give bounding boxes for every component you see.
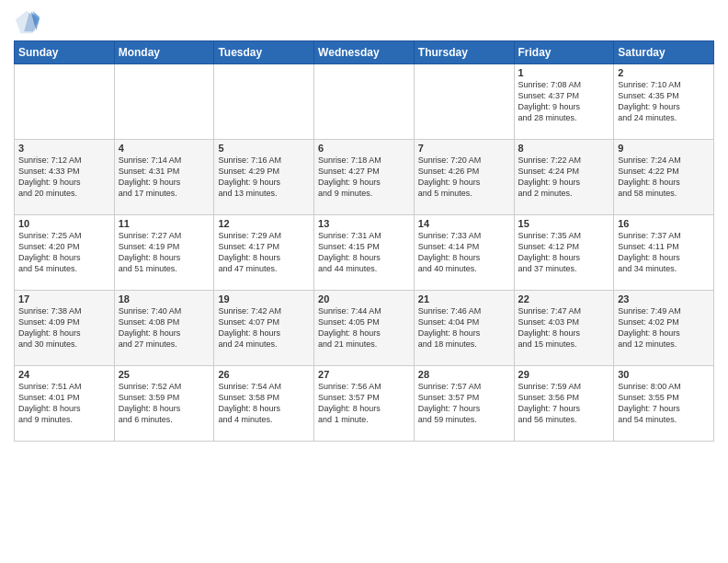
day-number: 13 <box>318 218 410 229</box>
calendar-cell: 26Sunrise: 7:54 AM Sunset: 3:58 PM Dayli… <box>214 366 314 442</box>
header <box>14 9 714 35</box>
weekday-header-friday: Friday <box>514 41 614 64</box>
day-number: 22 <box>518 293 610 304</box>
day-number: 6 <box>318 143 410 154</box>
week-row-4: 24Sunrise: 7:51 AM Sunset: 4:01 PM Dayli… <box>15 366 714 442</box>
day-info: Sunrise: 7:57 AM Sunset: 3:57 PM Dayligh… <box>418 381 510 426</box>
calendar-cell: 27Sunrise: 7:56 AM Sunset: 3:57 PM Dayli… <box>314 366 415 442</box>
calendar-cell: 15Sunrise: 7:35 AM Sunset: 4:12 PM Dayli… <box>514 215 614 291</box>
day-number: 27 <box>318 369 410 380</box>
calendar-cell <box>114 64 214 140</box>
day-number: 18 <box>119 293 210 304</box>
calendar-cell: 24Sunrise: 7:51 AM Sunset: 4:01 PM Dayli… <box>15 366 115 442</box>
day-info: Sunrise: 7:08 AM Sunset: 4:37 PM Dayligh… <box>518 79 610 124</box>
calendar-cell: 5Sunrise: 7:16 AM Sunset: 4:29 PM Daylig… <box>214 140 314 215</box>
day-number: 12 <box>218 218 310 229</box>
day-info: Sunrise: 7:29 AM Sunset: 4:17 PM Dayligh… <box>218 230 310 275</box>
day-number: 30 <box>618 369 710 380</box>
day-number: 8 <box>518 143 610 154</box>
weekday-header-sunday: Sunday <box>15 41 115 64</box>
day-info: Sunrise: 7:18 AM Sunset: 4:27 PM Dayligh… <box>318 155 410 200</box>
calendar-cell: 19Sunrise: 7:42 AM Sunset: 4:07 PM Dayli… <box>214 291 314 366</box>
calendar-cell <box>314 64 415 140</box>
week-row-1: 3Sunrise: 7:12 AM Sunset: 4:33 PM Daylig… <box>15 140 714 215</box>
day-info: Sunrise: 7:14 AM Sunset: 4:31 PM Dayligh… <box>119 155 210 200</box>
calendar-cell: 2Sunrise: 7:10 AM Sunset: 4:35 PM Daylig… <box>614 64 714 140</box>
day-info: Sunrise: 7:27 AM Sunset: 4:19 PM Dayligh… <box>119 230 210 275</box>
day-info: Sunrise: 7:44 AM Sunset: 4:05 PM Dayligh… <box>318 305 410 350</box>
calendar-cell: 7Sunrise: 7:20 AM Sunset: 4:26 PM Daylig… <box>414 140 514 215</box>
week-row-3: 17Sunrise: 7:38 AM Sunset: 4:09 PM Dayli… <box>15 291 714 366</box>
calendar-cell: 25Sunrise: 7:52 AM Sunset: 3:59 PM Dayli… <box>114 366 214 442</box>
day-number: 17 <box>18 293 110 304</box>
day-info: Sunrise: 7:46 AM Sunset: 4:04 PM Dayligh… <box>418 305 510 350</box>
day-info: Sunrise: 7:37 AM Sunset: 4:11 PM Dayligh… <box>618 230 710 275</box>
day-number: 16 <box>618 218 710 229</box>
logo-icon <box>14 9 40 35</box>
calendar-cell: 18Sunrise: 7:40 AM Sunset: 4:08 PM Dayli… <box>114 291 214 366</box>
calendar-cell: 21Sunrise: 7:46 AM Sunset: 4:04 PM Dayli… <box>414 291 514 366</box>
weekday-header-monday: Monday <box>114 41 214 64</box>
calendar-cell: 20Sunrise: 7:44 AM Sunset: 4:05 PM Dayli… <box>314 291 415 366</box>
day-number: 21 <box>418 293 510 304</box>
calendar-cell: 6Sunrise: 7:18 AM Sunset: 4:27 PM Daylig… <box>314 140 415 215</box>
calendar-cell: 23Sunrise: 7:49 AM Sunset: 4:02 PM Dayli… <box>614 291 714 366</box>
calendar-cell: 8Sunrise: 7:22 AM Sunset: 4:24 PM Daylig… <box>514 140 614 215</box>
calendar-cell: 22Sunrise: 7:47 AM Sunset: 4:03 PM Dayli… <box>514 291 614 366</box>
calendar-cell: 11Sunrise: 7:27 AM Sunset: 4:19 PM Dayli… <box>114 215 214 291</box>
day-info: Sunrise: 7:47 AM Sunset: 4:03 PM Dayligh… <box>518 305 610 350</box>
day-info: Sunrise: 7:56 AM Sunset: 3:57 PM Dayligh… <box>318 381 410 426</box>
day-number: 5 <box>218 143 310 154</box>
day-info: Sunrise: 7:22 AM Sunset: 4:24 PM Dayligh… <box>518 155 610 200</box>
weekday-header-thursday: Thursday <box>414 41 514 64</box>
day-info: Sunrise: 7:16 AM Sunset: 4:29 PM Dayligh… <box>218 155 310 200</box>
day-info: Sunrise: 7:40 AM Sunset: 4:08 PM Dayligh… <box>119 305 210 350</box>
day-info: Sunrise: 7:10 AM Sunset: 4:35 PM Dayligh… <box>618 79 710 124</box>
calendar-cell <box>414 64 514 140</box>
day-number: 15 <box>518 218 610 229</box>
day-number: 28 <box>418 369 510 380</box>
day-info: Sunrise: 7:24 AM Sunset: 4:22 PM Dayligh… <box>618 155 710 200</box>
day-info: Sunrise: 7:51 AM Sunset: 4:01 PM Dayligh… <box>18 381 110 426</box>
day-number: 2 <box>618 67 710 78</box>
day-number: 23 <box>618 293 710 304</box>
day-info: Sunrise: 7:42 AM Sunset: 4:07 PM Dayligh… <box>218 305 310 350</box>
day-number: 29 <box>518 369 610 380</box>
calendar: SundayMondayTuesdayWednesdayThursdayFrid… <box>14 40 714 442</box>
day-number: 11 <box>119 218 210 229</box>
weekday-header-wednesday: Wednesday <box>314 41 415 64</box>
day-info: Sunrise: 7:31 AM Sunset: 4:15 PM Dayligh… <box>318 230 410 275</box>
calendar-cell: 16Sunrise: 7:37 AM Sunset: 4:11 PM Dayli… <box>614 215 714 291</box>
calendar-cell: 1Sunrise: 7:08 AM Sunset: 4:37 PM Daylig… <box>514 64 614 140</box>
day-info: Sunrise: 7:52 AM Sunset: 3:59 PM Dayligh… <box>119 381 210 426</box>
day-number: 3 <box>18 143 110 154</box>
calendar-cell: 9Sunrise: 7:24 AM Sunset: 4:22 PM Daylig… <box>614 140 714 215</box>
weekday-header-tuesday: Tuesday <box>214 41 314 64</box>
day-info: Sunrise: 7:35 AM Sunset: 4:12 PM Dayligh… <box>518 230 610 275</box>
day-info: Sunrise: 7:25 AM Sunset: 4:20 PM Dayligh… <box>18 230 110 275</box>
calendar-cell: 30Sunrise: 8:00 AM Sunset: 3:55 PM Dayli… <box>614 366 714 442</box>
calendar-cell: 4Sunrise: 7:14 AM Sunset: 4:31 PM Daylig… <box>114 140 214 215</box>
day-number: 20 <box>318 293 410 304</box>
calendar-cell: 17Sunrise: 7:38 AM Sunset: 4:09 PM Dayli… <box>15 291 115 366</box>
day-number: 24 <box>18 369 110 380</box>
page: SundayMondayTuesdayWednesdayThursdayFrid… <box>0 0 728 563</box>
week-row-0: 1Sunrise: 7:08 AM Sunset: 4:37 PM Daylig… <box>15 64 714 140</box>
calendar-cell: 28Sunrise: 7:57 AM Sunset: 3:57 PM Dayli… <box>414 366 514 442</box>
day-info: Sunrise: 7:33 AM Sunset: 4:14 PM Dayligh… <box>418 230 510 275</box>
calendar-cell: 10Sunrise: 7:25 AM Sunset: 4:20 PM Dayli… <box>15 215 115 291</box>
day-number: 25 <box>119 369 210 380</box>
calendar-cell <box>15 64 115 140</box>
day-info: Sunrise: 8:00 AM Sunset: 3:55 PM Dayligh… <box>618 381 710 426</box>
day-info: Sunrise: 7:38 AM Sunset: 4:09 PM Dayligh… <box>18 305 110 350</box>
calendar-cell: 3Sunrise: 7:12 AM Sunset: 4:33 PM Daylig… <box>15 140 115 215</box>
day-number: 7 <box>418 143 510 154</box>
day-info: Sunrise: 7:49 AM Sunset: 4:02 PM Dayligh… <box>618 305 710 350</box>
day-number: 26 <box>218 369 310 380</box>
day-info: Sunrise: 7:59 AM Sunset: 3:56 PM Dayligh… <box>518 381 610 426</box>
day-number: 9 <box>618 143 710 154</box>
weekday-header-saturday: Saturday <box>614 41 714 64</box>
calendar-cell: 13Sunrise: 7:31 AM Sunset: 4:15 PM Dayli… <box>314 215 415 291</box>
day-number: 14 <box>418 218 510 229</box>
day-number: 10 <box>18 218 110 229</box>
